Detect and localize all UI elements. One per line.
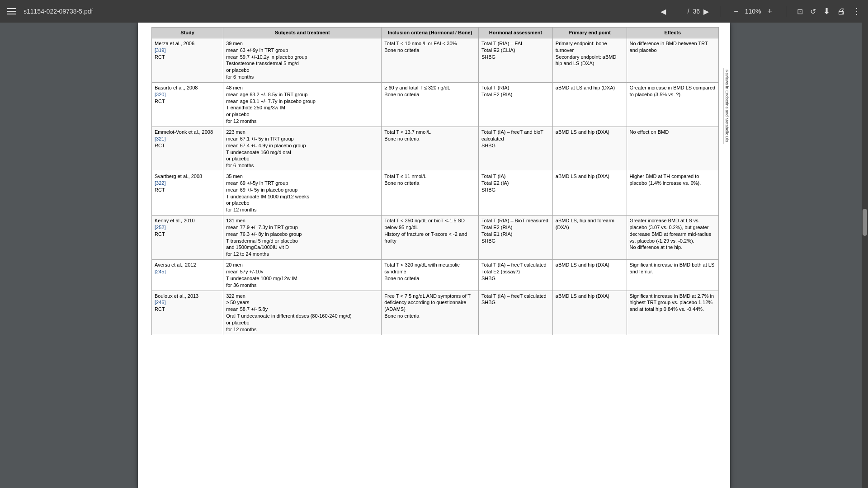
cell-effects: Greater increase BMD at LS vs. placebo (… <box>627 216 718 260</box>
table-row: Emmelot-Vonk et al., 2008[321]RCT223 men… <box>152 127 719 171</box>
cell-effects: No effect on BMD <box>627 127 718 171</box>
separator-2 <box>786 6 786 17</box>
print-icon[interactable]: 🖨 <box>837 7 845 16</box>
right-icons: ⊡ ↺ ⬇ 🖨 ⋮ <box>797 6 861 16</box>
zoom-in-button[interactable]: + <box>764 6 775 17</box>
page-separator: / <box>688 8 689 15</box>
study-type: RCT <box>155 143 165 148</box>
cell-primary: aBMD LS and hip (DXA) <box>552 171 627 216</box>
table-row: Kenny et al., 2010[252]RCT131 menmean 77… <box>152 216 719 260</box>
cell-study: Aversa et al., 2012[245] <box>152 260 223 291</box>
table-row: Merza et al., 2006[319]RCT39 menmean 63 … <box>152 38 719 82</box>
cell-effects: Greater increase in BMD LS compared to p… <box>627 82 718 127</box>
cell-treatment: 223 menmean 67.1 +/- 5y in TRT groupmean… <box>223 127 382 171</box>
table-body: Merza et al., 2006[319]RCT39 menmean 63 … <box>152 38 719 335</box>
study-ref[interactable]: [320] <box>155 92 165 97</box>
study-ref[interactable]: [245] <box>155 269 165 274</box>
study-type: RCT <box>155 99 165 104</box>
more-icon[interactable]: ⋮ <box>853 6 861 16</box>
cell-hormonal: Total T (RIA)Total E2 (RIA) <box>479 82 553 127</box>
cell-inclusion: Total T ≤ 11 nmol/LBone no criteria <box>382 171 479 216</box>
cell-primary: aBMD at LS and hip (DXA) <box>552 82 627 127</box>
table-row: Aversa et al., 2012[245]20 menmean 57y +… <box>152 260 719 291</box>
cell-treatment: 39 menmean 63 +/-9y in TRT groupmean 59.… <box>223 38 382 82</box>
scrollbar-thumb[interactable] <box>863 209 867 236</box>
cell-treatment: 131 menmean 77.9 +/- 7.3y in TRT groupme… <box>223 216 382 260</box>
col-subjects: Subjects and treatment <box>223 28 382 38</box>
cell-inclusion: Total T < 10 nmol/L or FAI < 30%Bone no … <box>382 38 479 82</box>
history-icon[interactable]: ↺ <box>810 7 816 16</box>
cell-primary: aBMD LS and hip (DXA) <box>552 291 627 335</box>
cell-effects: Significant increase in BMD at 2.7% in h… <box>627 291 718 335</box>
table-row: Basurto et al., 2008[320]RCT48 menmean a… <box>152 82 719 127</box>
table-header-row: Study Subjects and treatment Inclusion c… <box>152 28 719 38</box>
cell-treatment: 20 menmean 57y +/-10yT undecanoate 1000 … <box>223 260 382 291</box>
cell-study: Basurto et al., 2008[320]RCT <box>152 82 223 127</box>
cell-effects: Higher BMD at TH compared to placebo (1.… <box>627 171 718 216</box>
cell-hormonal: Total T (RIA) – FAITotal E2 (CLIA)SHBG <box>479 38 553 82</box>
fit-page-icon[interactable]: ⊡ <box>797 7 803 16</box>
study-author: Aversa et al., 2012 <box>155 262 196 267</box>
menu-icon[interactable] <box>7 8 16 14</box>
cell-hormonal: Total T (IA) – freeT calculatedTotal E2 … <box>479 260 553 291</box>
content: ringer Reviews in Endocrine and Metaboli… <box>0 23 868 488</box>
cell-treatment: 48 menmean age 63.2 +/- 8.5y in TRT grou… <box>223 82 382 127</box>
cell-inclusion: Total T < 320 ng/dL with metabolic syndr… <box>382 260 479 291</box>
study-author: Merza et al., 2006 <box>155 41 194 46</box>
study-type: RCT <box>155 54 165 60</box>
study-author: Kenny et al., 2010 <box>155 218 195 223</box>
separator-1 <box>720 6 720 17</box>
next-page-button[interactable]: ▶ <box>703 7 709 16</box>
study-ref[interactable]: [322] <box>155 180 165 186</box>
col-effects: Effects <box>627 28 718 38</box>
cell-study: Merza et al., 2006[319]RCT <box>152 38 223 82</box>
study-author: Svartberg et al., 2008 <box>155 174 202 179</box>
cell-hormonal: Total T (IA) – freeT calculatedSHBG <box>479 291 553 335</box>
cell-inclusion: Total T < 350 ng/dL or bioT <-1.5 SD bel… <box>382 216 479 260</box>
right-label: Reviews in Endocrine and Metabolic Dis <box>723 68 730 144</box>
table-row: Bouloux et al., 2013[246]RCT322 men≥ 50 … <box>152 291 719 335</box>
cell-inclusion: Free T < 7.5 ng/dL AND symptoms of T def… <box>382 291 479 335</box>
study-ref[interactable]: [246] <box>155 300 165 305</box>
page-total: 36 <box>693 8 700 15</box>
cell-treatment: 322 men≥ 50 yearsmean 58.7 +/- 5.8yOral … <box>223 291 382 335</box>
cell-hormonal: Total T (IA) – freeT and bioT calculated… <box>479 127 553 171</box>
page-number-input[interactable]: 18 <box>670 8 684 15</box>
col-inclusion: Inclusion criteria (Hormonal / Bone) <box>382 28 479 38</box>
cell-study: Emmelot-Vonk et al., 2008[321]RCT <box>152 127 223 171</box>
study-ref[interactable]: [252] <box>155 225 165 230</box>
zoom-controls: − 110% + <box>731 6 775 17</box>
prev-page-button[interactable]: ◀ <box>660 7 666 16</box>
download-icon[interactable]: ⬇ <box>823 6 830 16</box>
cell-inclusion: ≥ 60 y and total T ≤ 320 ng/dLBone no cr… <box>382 82 479 127</box>
zoom-out-button[interactable]: − <box>731 6 741 17</box>
col-study: Study <box>152 28 223 38</box>
study-table: Study Subjects and treatment Inclusion c… <box>151 27 719 335</box>
study-ref[interactable]: [321] <box>155 136 165 141</box>
scrollbar-track[interactable] <box>862 23 868 488</box>
study-author: Bouloux et al., 2013 <box>155 293 198 299</box>
nav-controls: ◀ 18 / 36 ▶ <box>660 7 709 16</box>
cell-hormonal: Total T (IA)Total E2 (IA)SHBG <box>479 171 553 216</box>
table-wrapper: Study Subjects and treatment Inclusion c… <box>138 23 730 335</box>
study-ref[interactable]: [319] <box>155 47 165 53</box>
cell-effects: No difference in BMD between TRT and pla… <box>627 38 718 82</box>
cell-hormonal: Total T (RIA) – BioT measuredTotal E2 (R… <box>479 216 553 260</box>
zoom-level: 110% <box>745 8 761 15</box>
cell-study: Svartberg et al., 2008[322]RCT <box>152 171 223 216</box>
study-author: Basurto et al., 2008 <box>155 85 198 90</box>
cell-effects: Significant increase in BMD both at LS a… <box>627 260 718 291</box>
cell-primary: aBMD LS, hip and forearm (DXA) <box>552 216 627 260</box>
toolbar: s11154-022-09738-5.pdf ◀ 18 / 36 ▶ − 110… <box>0 0 868 23</box>
study-type: RCT <box>155 231 165 237</box>
study-type: RCT <box>155 306 165 312</box>
cell-primary: aBMD LS and hip (DXA) <box>552 127 627 171</box>
cell-treatment: 35 menmean 69 +/-5y in TRT groupmean 69 … <box>223 171 382 216</box>
table-row: Svartberg et al., 2008[322]RCT35 menmean… <box>152 171 719 216</box>
study-type: RCT <box>155 187 165 192</box>
cell-study: Bouloux et al., 2013[246]RCT <box>152 291 223 335</box>
cell-inclusion: Total T < 13.7 nmol/LBone no criteria <box>382 127 479 171</box>
cell-primary: aBMD LS and hip (DXA) <box>552 260 627 291</box>
cell-primary: Primary endpoint: bone turnoverSecondary… <box>552 38 627 82</box>
col-primary: Primary end point <box>552 28 627 38</box>
